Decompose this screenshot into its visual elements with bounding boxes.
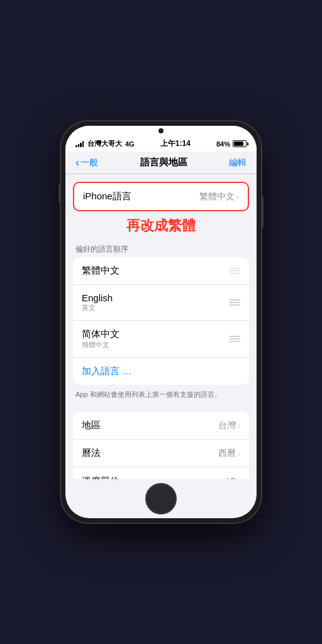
signal-bars [75, 141, 84, 147]
calendar-label: 曆法 [82, 447, 101, 459]
status-left: 台灣大哥大 4G [75, 139, 135, 148]
iphone-language-value: 繁體中文 › [199, 191, 239, 203]
settings-section: 地區 台灣 › 曆法 西曆 › 溫度單位 °C [73, 412, 249, 479]
add-language-row[interactable]: 加入語言 … [73, 358, 249, 385]
back-chevron-icon: ‹ [75, 157, 79, 168]
language-list: 繁體中文 English 英文 [73, 257, 249, 385]
list-item[interactable]: 繁體中文 [73, 257, 249, 285]
carrier-label: 台灣大哥大 [87, 139, 122, 148]
footer-note: App 和網站會使用列表上第一個有支援的語言。 [65, 387, 257, 407]
list-item[interactable]: English 英文 [73, 285, 249, 321]
iphone-language-label: iPhone語言 [83, 191, 131, 203]
phone-screen: 台灣大哥大 4G 上午1:14 84% ‹ 一般 語言與地區 編輯 [65, 126, 257, 518]
status-time: 上午1:14 [160, 138, 191, 149]
status-bar: 台灣大哥大 4G 上午1:14 84% [65, 133, 257, 152]
list-item[interactable]: 简体中文 簡體中文 [73, 321, 249, 358]
annotation-text: 再改成繁體 [65, 214, 257, 240]
page-title: 語言與地區 [140, 157, 187, 169]
temperature-row[interactable]: 溫度單位 °C › [73, 467, 249, 479]
battery-fill [234, 142, 243, 146]
lang-sub-1: 英文 [82, 303, 113, 313]
lang-item-2: 简体中文 簡體中文 [82, 328, 119, 350]
edit-button[interactable]: 編輯 [229, 157, 247, 169]
temperature-chevron: › [237, 476, 240, 479]
home-button[interactable] [145, 483, 177, 514]
back-button[interactable]: ‹ 一般 [75, 157, 98, 169]
battery-icon [233, 140, 247, 147]
content-area: iPhone語言 繁體中文 › 再改成繁體 偏好的語言順序 繁體中文 [65, 174, 257, 479]
lang-main-2: 简体中文 [82, 328, 119, 340]
temperature-current: °C [226, 476, 236, 479]
phone-frame: 台灣大哥大 4G 上午1:14 84% ‹ 一般 語言與地區 編輯 [60, 121, 262, 523]
battery-percent: 84% [216, 140, 230, 148]
calendar-row[interactable]: 曆法 西曆 › [73, 440, 249, 467]
region-label: 地區 [82, 419, 101, 431]
region-row[interactable]: 地區 台灣 › [73, 412, 249, 440]
temperature-label: 溫度單位 [82, 475, 119, 480]
add-language-button[interactable]: 加入語言 … [82, 365, 131, 377]
region-value: 台灣 › [218, 420, 240, 431]
iphone-language-current: 繁體中文 [199, 191, 235, 203]
lang-item-0: 繁體中文 [82, 265, 119, 277]
network-label: 4G [125, 140, 135, 148]
region-current: 台灣 [218, 420, 236, 431]
calendar-chevron: › [237, 448, 240, 458]
back-label: 一般 [80, 157, 98, 169]
calendar-value: 西曆 › [218, 448, 240, 459]
drag-handle-2[interactable] [229, 336, 240, 342]
lang-main-1: English [82, 292, 113, 303]
iphone-language-chevron: › [236, 192, 239, 202]
drag-handle-0[interactable] [229, 268, 240, 274]
nav-bar: ‹ 一般 語言與地區 編輯 [65, 152, 257, 174]
temperature-value: °C › [226, 476, 240, 479]
region-chevron: › [237, 421, 240, 431]
calendar-current: 西曆 [218, 448, 236, 459]
iphone-language-section: iPhone語言 繁體中文 › [73, 182, 249, 211]
drag-handle-1[interactable] [229, 299, 240, 306]
iphone-language-row[interactable]: iPhone語言 繁體中文 › [74, 183, 248, 210]
camera-dot [158, 128, 164, 133]
preferred-languages-label: 偏好的語言順序 [65, 240, 257, 257]
status-right: 84% [216, 140, 247, 148]
top-notch [65, 126, 257, 133]
lang-main-0: 繁體中文 [82, 265, 119, 277]
lang-sub-2: 簡體中文 [82, 340, 119, 350]
lang-item-1: English 英文 [82, 292, 113, 313]
